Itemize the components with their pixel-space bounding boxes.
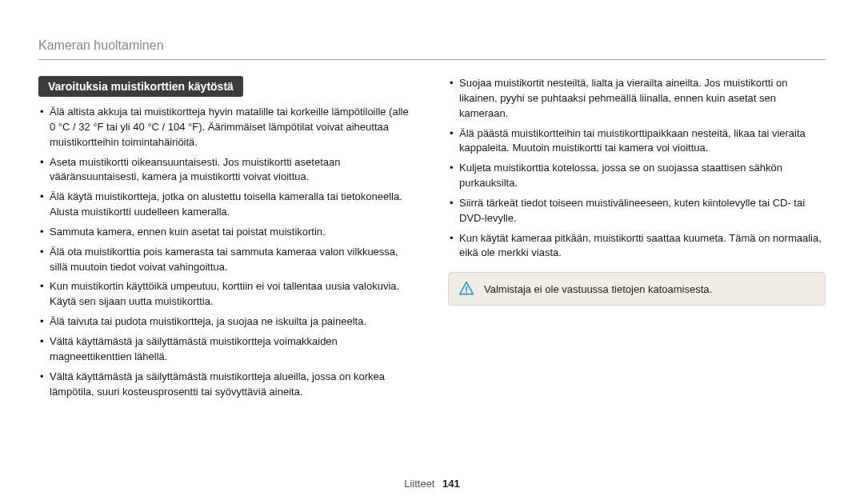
note-text: Valmistaja ei ole vastuussa tietojen kat… bbox=[484, 283, 712, 295]
list-item: Siirrä tärkeät tiedot toiseen muistiväli… bbox=[448, 196, 826, 226]
list-item: Aseta muistikortti oikeansuuntaisesti. J… bbox=[38, 155, 416, 186]
footer-page-number: 141 bbox=[442, 478, 460, 490]
note-box: Valmistaja ei ole vastuussa tietojen kat… bbox=[448, 272, 826, 306]
content-columns: Varoituksia muistikorttien käytöstä Älä … bbox=[38, 76, 826, 404]
list-item: Sammuta kamera, ennen kuin asetat tai po… bbox=[38, 225, 416, 240]
list-item: Suojaa muistikortit nesteiltä, lialta ja… bbox=[448, 76, 826, 122]
list-item: Älä ota muistikorttia pois kamerasta tai… bbox=[38, 245, 416, 275]
warning-icon bbox=[458, 281, 474, 297]
right-column: Suojaa muistikortit nesteiltä, lialta ja… bbox=[448, 76, 826, 404]
page-header: Kameran huoltaminen bbox=[38, 38, 826, 60]
page-footer: Liitteet 141 bbox=[0, 478, 864, 490]
list-item: Vältä käyttämästä ja säilyttämästä muist… bbox=[38, 370, 416, 400]
list-item: Älä päästä muistikortteihin tai muistiko… bbox=[448, 126, 826, 157]
list-item: Älä käytä muistikortteja, jotka on alust… bbox=[38, 190, 416, 220]
svg-point-2 bbox=[466, 291, 467, 293]
right-list: Suojaa muistikortit nesteiltä, lialta ja… bbox=[448, 76, 826, 261]
list-item: Älä taivuta tai pudota muistikortteja, j… bbox=[38, 314, 416, 330]
list-item: Kuljeta muistikorttia kotelossa, jossa s… bbox=[448, 161, 826, 191]
list-item: Älä altista akkuja tai muistikortteja hy… bbox=[38, 105, 416, 150]
list-item: Kun muistikortin käyttöikä umpeutuu, kor… bbox=[38, 279, 416, 310]
section-title: Varoituksia muistikorttien käytöstä bbox=[38, 76, 243, 97]
left-column: Varoituksia muistikorttien käytöstä Älä … bbox=[38, 76, 416, 404]
list-item: Kun käytät kameraa pitkään, muistikortti… bbox=[448, 231, 826, 262]
list-item: Vältä käyttämästä ja säilyttämästä muist… bbox=[38, 334, 416, 365]
left-list: Älä altista akkuja tai muistikortteja hy… bbox=[38, 105, 416, 399]
footer-label: Liitteet bbox=[404, 478, 434, 490]
